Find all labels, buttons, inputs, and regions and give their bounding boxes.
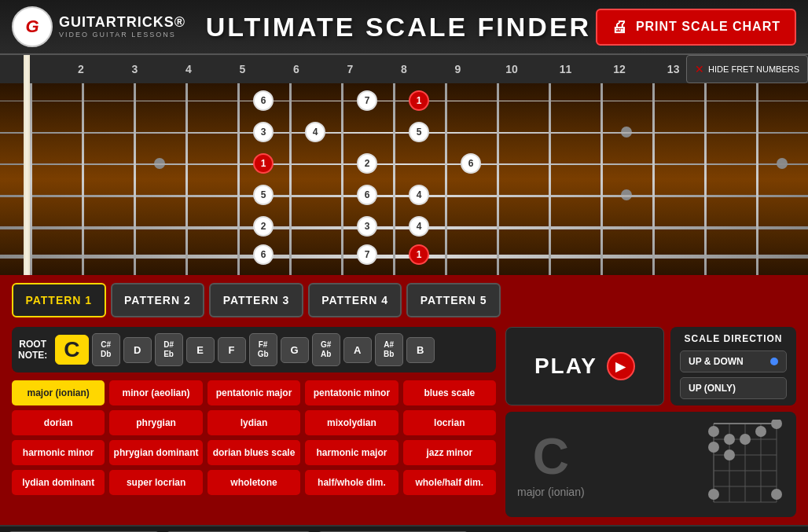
fretboard-container: 1 2 3 4 5 6 7 8 9 10 11 12 13 14 15 ✕ HI… [0,55,808,275]
svg-point-11 [708,426,719,437]
scale-btn-harmonic-minor[interactable]: harmonic minor [12,440,105,465]
fret-line-0 [30,83,32,275]
note-btn-F[interactable]: F [218,337,246,363]
note-dot-5-5[interactable]: 2 [253,216,274,237]
note-dot-1-8[interactable]: 1 [409,90,429,111]
direction-up-only[interactable]: UP (ONLY) [680,377,787,399]
fret-line-1 [82,83,84,275]
scale-btn-pent-major[interactable]: pentatonic major [208,380,300,405]
note-btn-Gsharp[interactable]: G#Ab [312,333,340,366]
scale-btn-dorian[interactable]: dorian [12,410,105,435]
nut [24,83,30,275]
string-4 [0,195,808,197]
scale-btn-locrian[interactable]: locrian [403,410,496,435]
string-6 [0,255,808,259]
pattern-btn-1[interactable]: PATTERN 1 [12,283,106,317]
note-dot-3-5[interactable]: 1 [253,153,274,174]
note-dot-2-8[interactable]: 5 [409,122,429,142]
scale-btn-mixolydian[interactable]: mixolydian [305,410,398,435]
pattern-btn-4[interactable]: PATTERN 4 [308,283,402,317]
fret-num-2: 2 [54,63,108,75]
note-dot-5-8[interactable]: 4 [409,216,429,237]
root-note-row: ROOTNOTE: C C#Db D D#Eb E F F#Gb G G#Ab … [12,327,496,372]
scale-btn-blues[interactable]: blues scale [403,380,496,405]
scale-btn-harmonic-major[interactable]: harmonic major [305,440,398,465]
scale-btn-lydian-dom[interactable]: lydian dominant [12,470,105,495]
note-btn-Dsharp[interactable]: D#Eb [155,333,183,366]
pattern-btn-2[interactable]: PATTERN 2 [111,283,205,317]
note-dot-2-6[interactable]: 4 [305,122,325,142]
chord-name: major (ionian) [517,486,585,498]
note-dot-2-5[interactable]: 3 [253,122,274,142]
scale-btn-minor[interactable]: minor (aeolian) [109,380,202,405]
fret-num-5: 5 [215,63,270,75]
note-dot-4-8[interactable]: 4 [409,185,429,205]
scale-btn-major[interactable]: major (ionian) [12,380,105,405]
scale-btn-phrygian-dom[interactable]: phrygian dominant [109,440,202,465]
note-dot-6-8[interactable]: 1 [409,244,429,265]
note-btn-B[interactable]: B [406,337,435,363]
note-btn-Asharp[interactable]: A#Bb [375,333,403,366]
logo-text: GUITARTRICKS® VIDEO GUITAR LESSONS [59,14,185,39]
play-direction-row: PLAY ▶ SCALE DIRECTION UP & DOWN UP (ONL… [505,327,796,405]
logo-icon: G [12,6,53,47]
fret-line-2 [134,83,136,275]
hide-fret-button[interactable]: ✕ HIDE FRET NUMBERS [686,55,808,83]
note-dot-1-5[interactable]: 6 [253,90,274,111]
note-btn-E[interactable]: E [186,337,215,363]
scale-btn-half-whole[interactable]: half/whole dim. [305,470,398,495]
fret-numbers-bar: 1 2 3 4 5 6 7 8 9 10 11 12 13 14 15 ✕ HI… [0,55,808,83]
scale-btn-super-locrian[interactable]: super locrian [109,470,202,495]
scale-btn-wholetone[interactable]: wholetone [208,470,300,495]
pattern-btn-3[interactable]: PATTERN 3 [209,283,303,317]
fret-num-12: 12 [593,63,647,75]
note-dot-1-7[interactable]: 7 [357,90,377,111]
fret-line-4 [237,83,240,275]
scale-btn-dorian-blues[interactable]: dorian blues scale [208,440,300,465]
right-panel: PLAY ▶ SCALE DIRECTION UP & DOWN UP (ONL… [505,327,796,517]
note-btn-G[interactable]: G [281,337,309,363]
scale-btn-pent-minor[interactable]: pentatonic minor [305,380,398,405]
note-dot-3-9[interactable]: 6 [461,153,481,174]
scale-btn-jazz-minor[interactable]: jazz minor [403,440,496,465]
pattern-btn-5[interactable]: PATTERN 5 [406,283,501,317]
note-dot-4-7[interactable]: 6 [357,185,377,205]
left-panel: ROOTNOTE: C C#Db D D#Eb E F F#Gb G G#Ab … [12,327,496,517]
note-dot-4-5[interactable]: 5 [253,185,274,205]
note-btn-D[interactable]: D [123,337,152,363]
scale-direction: SCALE DIRECTION UP & DOWN UP (ONLY) [670,327,796,405]
play-button[interactable]: PLAY ▶ [505,327,664,405]
note-dot-3-7[interactable]: 2 [357,153,377,174]
note-btn-Csharp[interactable]: C#Db [92,333,120,366]
fret-line-7 [393,83,395,275]
fret-num-11: 11 [538,63,593,75]
hide-fret-label: HIDE FRET NUMBERS [708,64,799,74]
fret-line-11 [600,83,603,275]
fret-line-6 [341,83,343,275]
scale-btn-phrygian[interactable]: phrygian [109,410,202,435]
chord-display: C major (ionian) [505,412,796,517]
chord-diagram [706,420,784,509]
direction-up-down[interactable]: UP & DOWN [680,350,787,372]
note-dot-6-7[interactable]: 7 [357,244,377,265]
page-title: ULTIMATE SCALE FINDER [201,12,596,42]
play-label: PLAY [534,354,597,379]
fret-num-8: 8 [377,63,432,75]
note-dot-6-5[interactable]: 6 [253,244,274,265]
fret-num-7: 7 [323,63,377,75]
note-btn-A[interactable]: A [343,337,372,363]
direction-active-dot [770,358,778,365]
note-btn-C[interactable]: C [55,335,88,365]
fret-line-10 [549,83,551,275]
note-btn-Fsharp[interactable]: F#Gb [249,333,277,366]
fret-num-6: 6 [270,63,324,75]
bottom-controls: PATTERN 1 PATTERN 2 PATTERN 3 PATTERN 4 … [0,275,808,525]
fret-num-4: 4 [162,63,216,75]
string-2 [0,132,808,134]
note-dot-5-7[interactable]: 3 [357,216,377,237]
fret-num-9: 9 [431,63,485,75]
scale-btn-whole-half[interactable]: whole/half dim. [403,470,496,495]
svg-point-17 [724,449,735,460]
print-button[interactable]: 🖨 PRINT SCALE CHART [596,9,796,46]
scale-btn-lydian[interactable]: lydian [208,410,300,435]
